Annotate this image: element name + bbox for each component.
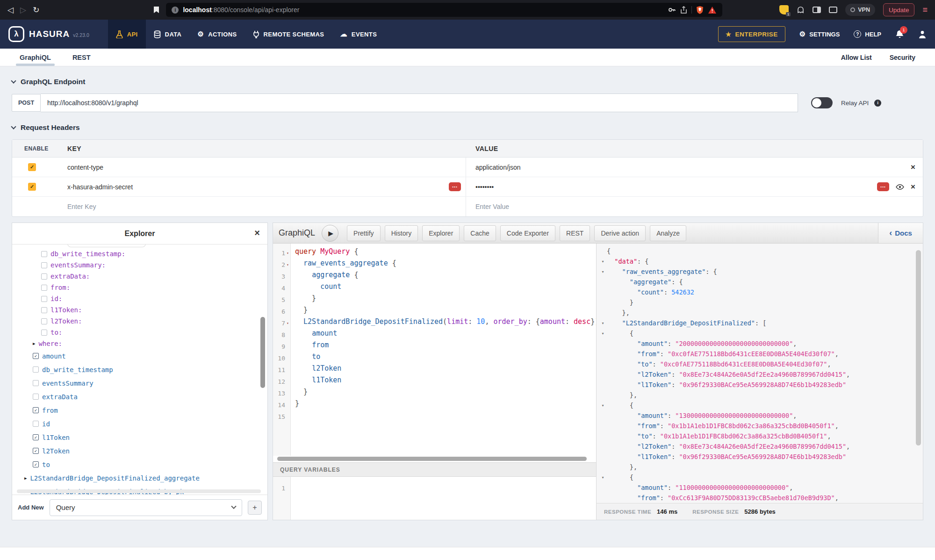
explorer-item-eventssummary-[interactable]: eventsSummary: [12, 259, 267, 271]
browser-reload-icon[interactable]: ↻ [33, 6, 39, 14]
toolbar-button-code-exporter[interactable]: Code Exporter [500, 225, 555, 241]
code-line[interactable]: L2StandardBridge_DepositFinalized(limit:… [295, 317, 596, 329]
explorer-item-l2token-[interactable]: l2Token: [12, 316, 267, 327]
graphql-endpoint-heading[interactable]: GraphQL Endpoint [12, 78, 923, 86]
warning-triangle-icon[interactable] [708, 6, 717, 14]
endpoint-url-input[interactable]: http://localhost:8080/v1/graphql [41, 93, 798, 112]
code-line[interactable] [295, 411, 596, 423]
fold-arrow-icon[interactable]: ▾ [599, 259, 607, 264]
wallet-extension-icon[interactable] [829, 7, 837, 13]
code-line[interactable]: } [295, 399, 596, 411]
browser-back-icon[interactable]: ◁ [7, 6, 14, 14]
relay-info-icon[interactable]: i [874, 100, 881, 107]
header-key[interactable]: x-hasura-admin-secret [67, 183, 133, 191]
explorer-item-db-write-timestamp[interactable]: db_write_timestamp [12, 363, 267, 376]
explorer-vertical-scrollbar[interactable] [260, 317, 265, 388]
toolbar-button-prettify[interactable]: Prettify [347, 225, 381, 241]
tab-graphiql[interactable]: GraphiQL [20, 49, 51, 66]
notifications-button[interactable]: 1 [895, 29, 904, 39]
hasura-logo[interactable]: λ [8, 26, 24, 42]
code-line[interactable]: } [295, 306, 596, 317]
explorer-item-to[interactable]: ✓to [12, 458, 267, 471]
relay-api-toggle[interactable] [811, 97, 833, 108]
explorer-item-from-[interactable]: from: [12, 282, 267, 293]
fold-arrow-icon[interactable]: ▾ [599, 475, 607, 480]
remove-header-icon[interactable]: × [911, 163, 915, 172]
header-value[interactable]: application/json [475, 164, 521, 171]
explorer-item-l2token[interactable]: ✓l2Token [12, 444, 267, 458]
tab-rest[interactable]: REST [72, 49, 91, 66]
response-scrollbar[interactable] [916, 250, 921, 445]
code-line[interactable]: raw_events_aggregate { [295, 259, 596, 271]
help-button[interactable]: ? HELP [854, 30, 881, 38]
checkbox-icon[interactable] [41, 330, 47, 336]
enterprise-button[interactable]: ★ ENTERPRISE [718, 26, 785, 42]
enable-checkbox[interactable]: ✓ [28, 163, 36, 171]
fold-arrow-icon[interactable]: ▾ [599, 270, 607, 274]
explorer-item-extradata[interactable]: extraData [12, 390, 267, 403]
brave-shield-icon[interactable] [696, 6, 704, 14]
toolbar-button-analyze[interactable]: Analyze [650, 225, 686, 241]
remove-header-icon[interactable]: × [911, 182, 915, 192]
code-line[interactable]: l1Token [295, 376, 596, 388]
code-line[interactable]: from [295, 341, 596, 352]
checkbox-icon[interactable] [41, 307, 47, 313]
editor-lines[interactable]: query MyQuery { raw_events_aggregate { a… [291, 244, 596, 456]
explorer-item-amount[interactable]: ✓amount [12, 349, 267, 363]
vpn-button[interactable]: VPN [845, 4, 875, 16]
nav-item-api[interactable]: API [108, 20, 146, 49]
code-line[interactable]: amount [295, 329, 596, 341]
checkbox-icon[interactable] [33, 366, 39, 373]
explorer-close-icon[interactable]: × [254, 228, 260, 238]
explorer-item-id[interactable]: id [12, 417, 267, 431]
browser-menu-icon[interactable]: ≡ [922, 5, 928, 15]
bookmark-icon[interactable] [153, 6, 159, 14]
sidebar-extension-icon[interactable] [813, 7, 821, 13]
new-header-key-input[interactable]: Enter Key [67, 203, 96, 210]
operation-type-select[interactable]: Query [50, 499, 242, 516]
checkbox-icon[interactable]: ✓ [33, 448, 39, 454]
fold-arrow-icon[interactable]: ▾ [599, 331, 607, 336]
checkbox-icon[interactable] [33, 380, 39, 386]
explorer-item-l2standardbridge-depositfinalized-aggregate[interactable]: ▶L2StandardBridge_DepositFinalized_aggre… [12, 471, 267, 485]
code-line[interactable]: aggregate { [295, 271, 596, 282]
nav-item-events[interactable]: ☁ EVENTS [332, 20, 385, 49]
add-operation-button[interactable]: + [248, 501, 262, 515]
explorer-item-from[interactable]: ✓from [12, 403, 267, 417]
explorer-item-eventssummary[interactable]: eventsSummary [12, 376, 267, 390]
scrollbar-thumb[interactable] [277, 457, 587, 461]
ghost-extension-icon[interactable] [797, 6, 805, 14]
reveal-eye-icon[interactable] [896, 184, 904, 190]
new-header-value-input[interactable]: Enter Value [475, 203, 509, 210]
nav-item-actions[interactable]: ⚙ ACTIONS [189, 20, 245, 49]
code-line[interactable]: to [295, 352, 596, 364]
explorer-item-id-[interactable]: id: [12, 293, 267, 304]
checkbox-icon[interactable]: ✓ [33, 434, 39, 440]
checkbox-icon[interactable] [41, 318, 47, 324]
allow-list-link[interactable]: Allow List [841, 54, 872, 61]
toolbar-button-explorer[interactable]: Explorer [422, 225, 460, 241]
header-value-masked[interactable]: •••••••• [475, 183, 494, 191]
fold-arrow-icon[interactable]: ▾ [285, 321, 290, 325]
share-icon[interactable] [680, 6, 687, 14]
code-line[interactable]: query MyQuery { [295, 247, 596, 259]
query-editor[interactable]: 1▾2▾34567▾89101112131415 query MyQuery {… [273, 244, 596, 456]
nav-item-data[interactable]: DATA [146, 20, 190, 49]
query-variables-bar[interactable]: QUERY VARIABLES [273, 462, 596, 477]
explorer-item-where-[interactable]: ▶where: [12, 338, 267, 349]
explorer-horizontal-scrollbar[interactable] [17, 489, 261, 493]
address-bar[interactable]: i localhost:8080/console/api/api-explore… [166, 3, 722, 17]
toolbar-button-derive-action[interactable]: Derive action [594, 225, 646, 241]
code-line[interactable]: l2Token [295, 364, 596, 376]
security-link[interactable]: Security [890, 54, 915, 61]
editor-horizontal-scrollbar[interactable] [273, 456, 596, 462]
explorer-item-to-[interactable]: to: [12, 327, 267, 338]
settings-button[interactable]: ⚙ SETTINGS [799, 30, 840, 38]
key-icon[interactable] [668, 6, 676, 14]
checkbox-icon[interactable] [41, 251, 47, 257]
fold-arrow-icon[interactable]: ▾ [599, 403, 607, 408]
request-headers-heading[interactable]: Request Headers [12, 123, 923, 132]
code-line[interactable]: count [295, 282, 596, 294]
notes-extension-icon[interactable]: 1 [779, 5, 789, 14]
enable-checkbox[interactable]: ✓ [28, 183, 36, 191]
